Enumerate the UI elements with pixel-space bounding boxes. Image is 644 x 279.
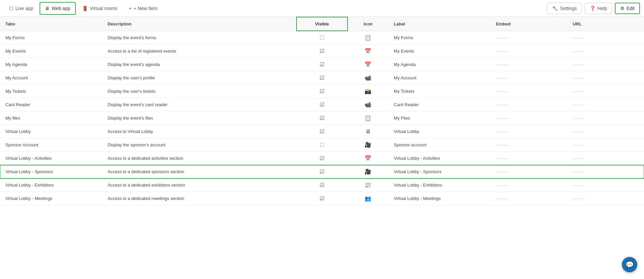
cell-description: Access to a dedicated sponsors section (102, 165, 297, 179)
cell-visible[interactable]: ☑ (297, 98, 347, 112)
cell-description: Display the event's files (102, 112, 297, 125)
visible-checkbox[interactable]: ☐ (320, 35, 324, 41)
cell-url: ------- (567, 31, 644, 45)
visible-checkbox[interactable]: ☑ (320, 182, 324, 188)
cell-tab-name: Virtual Lobby - Sponsors (0, 165, 102, 179)
table-row[interactable]: Virtual Lobby - Sponsors Access to a ded… (0, 165, 644, 179)
cell-url: ------- (567, 165, 644, 179)
tab-live-app[interactable]: ☐ Live app (4, 2, 38, 15)
plus-icon: + (129, 6, 131, 11)
cell-visible[interactable]: ☑ (297, 71, 347, 85)
cell-url: ------- (567, 138, 644, 152)
visible-checkbox[interactable]: ☑ (320, 48, 324, 54)
cell-icon: 📋 (347, 112, 388, 125)
cell-embed: ------- (491, 165, 568, 179)
table-row[interactable]: My files Display the event's files ☑ 📋 M… (0, 112, 644, 125)
visible-checkbox[interactable]: ☐ (320, 142, 324, 148)
cell-url: ------- (567, 45, 644, 58)
tab-web-app-label: Web app (52, 6, 70, 11)
visible-checkbox[interactable]: ☑ (320, 115, 324, 121)
visible-checkbox[interactable]: ☑ (320, 88, 324, 94)
cell-visible[interactable]: ☑ (297, 152, 347, 165)
edit-button[interactable]: ⚙ Edit (615, 3, 640, 14)
cell-visible[interactable]: ☐ (297, 138, 347, 152)
cell-description: Access to a dedicated activities section (102, 152, 297, 165)
tab-live-app-label: Live app (15, 6, 33, 11)
cell-embed: ------- (491, 138, 568, 152)
cell-description: Access to Virtual Lobby (102, 125, 297, 138)
cell-visible[interactable]: ☑ (297, 58, 347, 71)
table-row[interactable]: Sponsor Account Display the sponsor's ac… (0, 138, 644, 152)
cell-visible[interactable]: ☑ (297, 45, 347, 58)
cell-description: Display the user's tickets (102, 85, 297, 98)
visible-checkbox[interactable]: ☑ (320, 75, 324, 81)
cell-embed: ------- (491, 98, 568, 112)
cell-visible[interactable]: ☑ (297, 112, 347, 125)
cell-icon: 🖥 (347, 125, 388, 138)
table-row[interactable]: Virtual Lobby Access to Virtual Lobby ☑ … (0, 125, 644, 138)
cell-label: My Forms (388, 31, 491, 45)
cell-icon: 📰 (347, 179, 388, 192)
visible-checkbox[interactable]: ☑ (320, 102, 324, 108)
table-row[interactable]: My Events Access to a list of registered… (0, 45, 644, 58)
cell-label: My Account (388, 71, 491, 85)
cell-label: Virtual Lobby - Exhibitors (388, 179, 491, 192)
visible-checkbox[interactable]: ☑ (320, 62, 324, 67)
cell-embed: ------- (491, 58, 568, 71)
tab-icon: 📅 (365, 48, 371, 54)
new-item-button[interactable]: + + New Item (124, 2, 162, 15)
table-row[interactable]: Card Reader Display the event's card rea… (0, 98, 644, 112)
settings-button[interactable]: 🔧 Settings (547, 3, 582, 14)
cell-embed: ------- (491, 85, 568, 98)
table-row[interactable]: Virtual Lobby - Exhibitors Access to a d… (0, 179, 644, 192)
nav-right-actions: 🔧 Settings ❓ Help ⚙ Edit (547, 3, 640, 14)
cell-icon: 📋 (347, 31, 388, 45)
cell-label: Virtual Lobby - Activities (388, 152, 491, 165)
table-header-row: Tabs Description Visible Icon Label Embe… (0, 17, 644, 31)
tab-virtual-rooms[interactable]: 🚪 Virtual rooms (77, 2, 122, 15)
cell-icon: 📅 (347, 45, 388, 58)
cell-url: ------- (567, 71, 644, 85)
cell-visible[interactable]: ☑ (297, 192, 347, 205)
table-row[interactable]: Virtual Lobby - Activities Access to a d… (0, 152, 644, 165)
cell-url: ------- (567, 98, 644, 112)
cell-embed: ------- (491, 31, 568, 45)
cell-visible[interactable]: ☐ (297, 31, 347, 45)
help-button[interactable]: ❓ Help (585, 3, 612, 14)
tab-web-app[interactable]: 🖥 Web app (40, 2, 76, 15)
tab-icon: 🎥 (365, 169, 371, 175)
visible-checkbox[interactable]: ☑ (320, 196, 324, 201)
visible-checkbox[interactable]: ☑ (320, 129, 324, 134)
cell-visible[interactable]: ☑ (297, 125, 347, 138)
cell-icon: 🎥 (347, 138, 388, 152)
tab-icon: 📸 (365, 88, 371, 94)
cell-visible[interactable]: ☑ (297, 85, 347, 98)
cell-label: Virtual Lobby - Meetings (388, 192, 491, 205)
cell-visible[interactable]: ☑ (297, 165, 347, 179)
monitor-icon: 🖥 (45, 6, 50, 11)
cell-label: Virtual Lobby (388, 125, 491, 138)
settings-label: Settings (560, 6, 577, 11)
tab-icon: 📰 (365, 182, 371, 188)
cell-visible[interactable]: ☑ (297, 179, 347, 192)
tab-icon: 📅 (365, 62, 371, 67)
visible-checkbox[interactable]: ☑ (320, 155, 324, 161)
table-row[interactable]: My Agenda Display the event's agenda ☑ 📅… (0, 58, 644, 71)
cell-tab-name: Virtual Lobby - Meetings (0, 192, 102, 205)
table-row[interactable]: My Tickets Display the user's tickets ☑ … (0, 85, 644, 98)
table-row[interactable]: Virtual Lobby - Meetings Access to a ded… (0, 192, 644, 205)
cell-description: Access to a list of registered events (102, 45, 297, 58)
table-row[interactable]: My Account Display the user's profile ☑ … (0, 71, 644, 85)
door-icon: 🚪 (82, 6, 88, 11)
cell-embed: ------- (491, 71, 568, 85)
cell-tab-name: My Forms (0, 31, 102, 45)
col-header-visible: Visible (297, 17, 347, 31)
tab-icon: 👥 (365, 196, 371, 201)
col-header-tabs: Tabs (0, 17, 102, 31)
col-header-embed: Embed (491, 17, 568, 31)
visible-checkbox[interactable]: ☑ (320, 169, 324, 175)
table-row[interactable]: My Forms Display the event's forms ☐ 📋 M… (0, 31, 644, 45)
cell-icon: 📅 (347, 152, 388, 165)
cell-url: ------- (567, 152, 644, 165)
cell-tab-name: My Events (0, 45, 102, 58)
